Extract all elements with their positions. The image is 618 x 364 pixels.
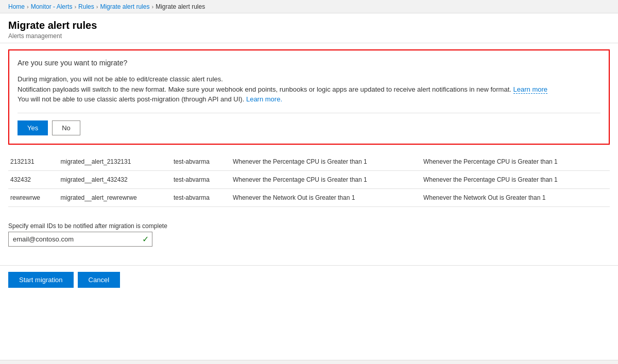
- breadcrumb-sep-2: ›: [74, 4, 76, 10]
- email-input-wrapper: ✓: [8, 232, 152, 247]
- table-row: 2132131migrated__alert_2132131test-abvar…: [8, 153, 610, 171]
- table-cell: Whenever the Network Out is Greater than…: [229, 188, 419, 206]
- email-input[interactable]: [9, 233, 139, 246]
- table-cell: Whenever the Percentage CPU is Greater t…: [229, 153, 419, 171]
- table-cell: 2132131: [8, 153, 57, 171]
- cancel-button[interactable]: Cancel: [78, 272, 120, 288]
- table-cell: 432432: [8, 170, 57, 188]
- table-cell: test-abvarma: [169, 188, 229, 206]
- table-row: 432432migrated__alert_432432test-abvarma…: [8, 170, 610, 188]
- table-cell: Whenever the Percentage CPU is Greater t…: [229, 170, 419, 188]
- confirm-divider: [18, 113, 600, 113]
- alert-table: 2132131migrated__alert_2132131test-abvar…: [8, 153, 610, 207]
- breadcrumb-migrate-link[interactable]: Migrate alert rules: [100, 3, 149, 10]
- table-cell: Whenever the Percentage CPU is Greater t…: [419, 153, 610, 171]
- breadcrumb-sep-3: ›: [96, 4, 98, 10]
- main-content: Are you sure you want to migrate? During…: [0, 43, 618, 261]
- confirm-box: Are you sure you want to migrate? During…: [8, 49, 610, 145]
- page-header: Migrate alert rules Alerts management: [0, 13, 618, 43]
- breadcrumb-home[interactable]: Home: [8, 3, 25, 10]
- table-row: rewrewrwemigrated__alert_rewrewrwetest-a…: [8, 188, 610, 206]
- breadcrumb: Home › Monitor - Alerts › Rules › Migrat…: [0, 0, 618, 13]
- footer: Start migration Cancel: [0, 265, 618, 294]
- table-cell: rewrewrwe: [8, 188, 57, 206]
- email-section: Specify email IDs to be notified after m…: [8, 222, 610, 247]
- yes-button[interactable]: Yes: [18, 120, 48, 135]
- table-cell: migrated__alert_2132131: [57, 153, 169, 171]
- checkmark-icon: ✓: [139, 232, 152, 246]
- table-cell: migrated__alert_432432: [57, 170, 169, 188]
- confirm-buttons: Yes No: [18, 120, 600, 135]
- horizontal-scrollbar[interactable]: [0, 360, 618, 364]
- start-migration-button[interactable]: Start migration: [8, 272, 74, 288]
- learn-more-link-2[interactable]: Learn more.: [246, 95, 282, 103]
- learn-more-link-1[interactable]: Learn more: [513, 85, 547, 94]
- confirm-message-1: During migration, you will not be able t…: [18, 74, 600, 84]
- table-cell: test-abvarma: [169, 170, 229, 188]
- page-title: Migrate alert rules: [8, 20, 610, 31]
- table-cell: Whenever the Network Out is Greater than…: [419, 188, 610, 206]
- confirm-question: Are you sure you want to migrate?: [18, 59, 600, 67]
- no-button[interactable]: No: [52, 120, 80, 135]
- breadcrumb-sep-4: ›: [151, 4, 153, 10]
- table-cell: test-abvarma: [169, 153, 229, 171]
- confirm-messages: During migration, you will not be able t…: [18, 74, 600, 105]
- confirm-message-3: You will not be able to use classic aler…: [18, 94, 600, 105]
- breadcrumb-rules[interactable]: Rules: [78, 3, 94, 10]
- breadcrumb-current: Migrate alert rules: [156, 3, 205, 10]
- confirm-message-2: Notification payloads will switch to the…: [18, 84, 600, 95]
- table-cell: migrated__alert_rewrewrwe: [57, 188, 169, 206]
- email-label: Specify email IDs to be notified after m…: [8, 222, 610, 230]
- table-cell: Whenever the Percentage CPU is Greater t…: [419, 170, 610, 188]
- breadcrumb-sep-1: ›: [27, 4, 29, 10]
- breadcrumb-monitor[interactable]: Monitor - Alerts: [31, 3, 73, 10]
- page-subtitle: Alerts management: [8, 32, 610, 40]
